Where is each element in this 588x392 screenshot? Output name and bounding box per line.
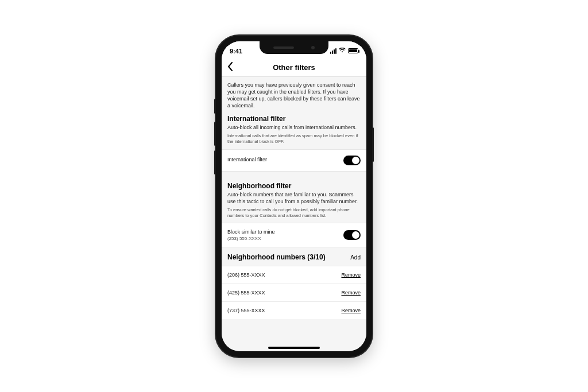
front-camera xyxy=(311,46,315,49)
cellular-icon xyxy=(330,48,336,54)
side-button xyxy=(372,127,374,162)
number-row: (737) 555-XXXX Remove xyxy=(222,301,366,319)
screen: 9:41 Other filters Callers you may have … xyxy=(222,41,366,351)
neighborhood-fine: To ensure wanted calls do not get blocke… xyxy=(227,207,361,219)
international-toggle-label: International filter xyxy=(227,157,267,164)
number-value: (737) 555-XXXX xyxy=(227,308,265,313)
international-heading: International filter xyxy=(227,115,361,123)
numbers-header: Neighborhood numbers (3/10) Add xyxy=(222,247,366,266)
remove-button[interactable]: Remove xyxy=(341,272,361,278)
back-button[interactable] xyxy=(227,62,233,73)
international-toggle[interactable] xyxy=(343,156,361,165)
status-time: 9:41 xyxy=(230,48,242,55)
speaker xyxy=(273,46,294,49)
block-similar-toggle[interactable] xyxy=(343,230,361,240)
volume-up xyxy=(214,122,216,146)
volume-down xyxy=(214,150,216,174)
block-similar-row: Block similar to mine (253) 555-XXXX xyxy=(222,223,366,247)
number-row: (425) 555-XXXX Remove xyxy=(222,284,366,301)
neighborhood-heading: Neighborhood filter xyxy=(227,182,361,190)
number-row: (206) 555-XXXX Remove xyxy=(222,266,366,284)
nav-header: Other filters xyxy=(222,59,366,77)
notch xyxy=(260,41,328,54)
international-desc: Auto-block all incoming calls from inter… xyxy=(227,124,361,131)
numbers-heading: Neighborhood numbers (3/10) xyxy=(227,253,326,261)
mute-switch xyxy=(214,99,216,114)
neighborhood-desc: Auto-block numbers that are familiar to … xyxy=(227,191,361,205)
international-fine: International calls that are identified … xyxy=(227,133,361,145)
number-value: (425) 555-XXXX xyxy=(227,290,265,296)
remove-button[interactable]: Remove xyxy=(341,308,361,313)
phone-frame: 9:41 Other filters Callers you may have … xyxy=(216,36,372,357)
intro-text: Callers you may have previously given co… xyxy=(227,81,361,110)
page-title: Other filters xyxy=(273,63,315,72)
wifi-icon xyxy=(339,48,346,54)
remove-button[interactable]: Remove xyxy=(341,290,361,296)
battery-icon xyxy=(348,48,358,53)
block-similar-label: Block similar to mine xyxy=(227,229,275,236)
international-toggle-row: International filter xyxy=(222,149,366,172)
add-button[interactable]: Add xyxy=(350,254,361,261)
home-indicator[interactable] xyxy=(268,347,320,349)
status-right xyxy=(330,48,358,54)
block-similar-sub: (253) 555-XXXX xyxy=(227,236,275,241)
number-value: (206) 555-XXXX xyxy=(227,272,265,278)
content[interactable]: Callers you may have previously given co… xyxy=(222,77,366,351)
chevron-left-icon xyxy=(227,62,233,71)
